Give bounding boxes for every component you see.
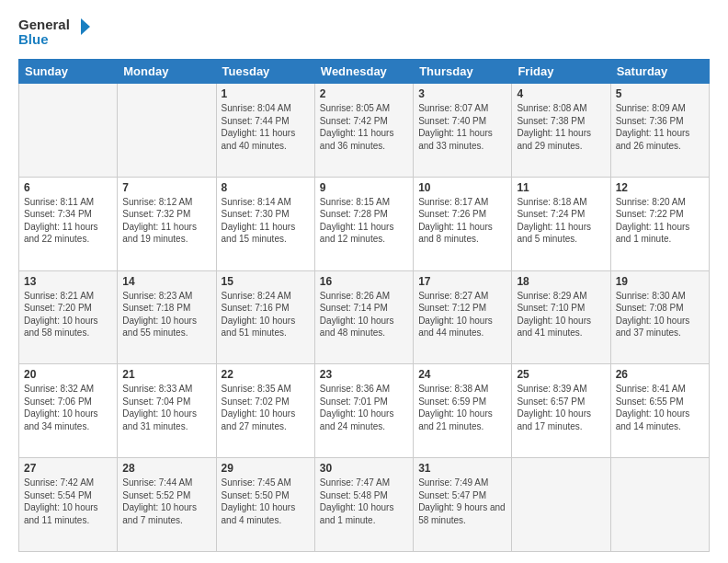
day-number: 27 — [24, 462, 112, 475]
day-number: 8 — [222, 181, 310, 194]
calendar-cell: 27Sunrise: 7:42 AM Sunset: 5:54 PM Dayli… — [19, 458, 118, 552]
calendar-cell: 4Sunrise: 8:08 AM Sunset: 7:38 PM Daylig… — [512, 84, 610, 178]
day-info: Sunrise: 8:36 AM Sunset: 7:01 PM Dayligh… — [320, 383, 408, 432]
day-info: Sunrise: 8:05 AM Sunset: 7:42 PM Dayligh… — [320, 102, 408, 152]
day-number: 22 — [222, 368, 310, 381]
calendar-cell: 31Sunrise: 7:49 AM Sunset: 5:47 PM Dayli… — [414, 458, 512, 552]
day-info: Sunrise: 8:18 AM Sunset: 7:24 PM Dayligh… — [517, 196, 605, 246]
calendar-cell: 22Sunrise: 8:35 AM Sunset: 7:02 PM Dayli… — [216, 364, 314, 458]
calendar-cell: 15Sunrise: 8:24 AM Sunset: 7:16 PM Dayli… — [216, 270, 314, 364]
day-header-thursday: Thursday — [414, 60, 512, 84]
day-number: 23 — [320, 368, 408, 381]
day-number: 11 — [517, 181, 605, 194]
calendar-cell: 25Sunrise: 8:39 AM Sunset: 6:57 PM Dayli… — [512, 364, 610, 458]
svg-text:Blue: Blue — [18, 31, 49, 47]
day-number: 16 — [320, 275, 408, 288]
calendar-cell: 14Sunrise: 8:23 AM Sunset: 7:18 PM Dayli… — [118, 270, 216, 364]
day-number: 31 — [418, 462, 506, 475]
day-info: Sunrise: 8:21 AM Sunset: 7:20 PM Dayligh… — [24, 290, 112, 339]
day-info: Sunrise: 8:27 AM Sunset: 7:12 PM Dayligh… — [418, 290, 506, 339]
day-info: Sunrise: 8:32 AM Sunset: 7:06 PM Dayligh… — [24, 383, 112, 432]
calendar-week-4: 20Sunrise: 8:32 AM Sunset: 7:06 PM Dayli… — [19, 364, 710, 458]
calendar-week-1: 1Sunrise: 8:04 AM Sunset: 7:44 PM Daylig… — [19, 84, 710, 178]
day-info: Sunrise: 8:11 AM Sunset: 7:34 PM Dayligh… — [24, 196, 112, 246]
day-header-saturday: Saturday — [610, 60, 709, 84]
day-number: 28 — [122, 462, 210, 475]
day-number: 15 — [222, 275, 310, 288]
calendar-cell: 1Sunrise: 8:04 AM Sunset: 7:44 PM Daylig… — [216, 84, 314, 178]
day-info: Sunrise: 8:09 AM Sunset: 7:36 PM Dayligh… — [616, 102, 704, 152]
calendar-cell: 19Sunrise: 8:30 AM Sunset: 7:08 PM Dayli… — [610, 270, 709, 364]
day-info: Sunrise: 7:44 AM Sunset: 5:52 PM Dayligh… — [122, 477, 210, 526]
day-number: 18 — [517, 275, 605, 288]
page: General Blue SundayMondayTuesdayWednesda… — [0, 0, 728, 563]
calendar-cell: 8Sunrise: 8:14 AM Sunset: 7:30 PM Daylig… — [216, 177, 314, 270]
day-number: 2 — [320, 87, 408, 100]
day-header-sunday: Sunday — [19, 60, 118, 84]
day-number: 25 — [517, 368, 605, 381]
day-info: Sunrise: 8:35 AM Sunset: 7:02 PM Dayligh… — [222, 383, 310, 432]
day-info: Sunrise: 8:39 AM Sunset: 6:57 PM Dayligh… — [517, 383, 605, 432]
day-number: 24 — [418, 368, 506, 381]
calendar-header-row: SundayMondayTuesdayWednesdayThursdayFrid… — [19, 60, 710, 84]
logo: General Blue — [18, 15, 92, 50]
day-number: 10 — [418, 181, 506, 194]
day-info: Sunrise: 8:20 AM Sunset: 7:22 PM Dayligh… — [616, 196, 704, 246]
day-info: Sunrise: 7:47 AM Sunset: 5:48 PM Dayligh… — [320, 477, 408, 526]
calendar-cell: 23Sunrise: 8:36 AM Sunset: 7:01 PM Dayli… — [314, 364, 413, 458]
day-number: 17 — [418, 275, 506, 288]
day-number: 3 — [418, 87, 506, 100]
calendar-cell — [118, 84, 216, 178]
day-info: Sunrise: 7:45 AM Sunset: 5:50 PM Dayligh… — [222, 477, 310, 526]
day-info: Sunrise: 8:04 AM Sunset: 7:44 PM Dayligh… — [222, 102, 310, 152]
calendar-cell — [610, 458, 709, 552]
calendar-cell: 18Sunrise: 8:29 AM Sunset: 7:10 PM Dayli… — [512, 270, 610, 364]
day-number: 19 — [616, 275, 704, 288]
day-info: Sunrise: 8:29 AM Sunset: 7:10 PM Dayligh… — [517, 290, 605, 339]
calendar-cell: 7Sunrise: 8:12 AM Sunset: 7:32 PM Daylig… — [118, 177, 216, 270]
svg-marker-2 — [81, 18, 90, 35]
day-number: 12 — [616, 181, 704, 194]
calendar-cell: 29Sunrise: 7:45 AM Sunset: 5:50 PM Dayli… — [216, 458, 314, 552]
day-number: 13 — [24, 275, 112, 288]
day-header-wednesday: Wednesday — [314, 60, 413, 84]
calendar-cell: 3Sunrise: 8:07 AM Sunset: 7:40 PM Daylig… — [414, 84, 512, 178]
day-info: Sunrise: 8:07 AM Sunset: 7:40 PM Dayligh… — [418, 102, 506, 152]
day-number: 4 — [517, 87, 605, 100]
calendar-table: SundayMondayTuesdayWednesdayThursdayFrid… — [18, 59, 710, 552]
day-number: 29 — [222, 462, 310, 475]
calendar-week-2: 6Sunrise: 8:11 AM Sunset: 7:34 PM Daylig… — [19, 177, 710, 270]
day-number: 20 — [24, 368, 112, 381]
calendar-cell: 11Sunrise: 8:18 AM Sunset: 7:24 PM Dayli… — [512, 177, 610, 270]
calendar-cell: 20Sunrise: 8:32 AM Sunset: 7:06 PM Dayli… — [19, 364, 118, 458]
logo-svg: General Blue — [18, 15, 92, 50]
calendar-cell: 2Sunrise: 8:05 AM Sunset: 7:42 PM Daylig… — [314, 84, 413, 178]
calendar-week-3: 13Sunrise: 8:21 AM Sunset: 7:20 PM Dayli… — [19, 270, 710, 364]
calendar-cell — [19, 84, 118, 178]
day-info: Sunrise: 8:23 AM Sunset: 7:18 PM Dayligh… — [122, 290, 210, 339]
calendar-cell: 26Sunrise: 8:41 AM Sunset: 6:55 PM Dayli… — [610, 364, 709, 458]
calendar-cell: 28Sunrise: 7:44 AM Sunset: 5:52 PM Dayli… — [118, 458, 216, 552]
day-number: 21 — [122, 368, 210, 381]
day-number: 7 — [122, 181, 210, 194]
day-number: 5 — [616, 87, 704, 100]
calendar-cell: 12Sunrise: 8:20 AM Sunset: 7:22 PM Dayli… — [610, 177, 709, 270]
day-info: Sunrise: 8:14 AM Sunset: 7:30 PM Dayligh… — [222, 196, 310, 246]
calendar-cell: 5Sunrise: 8:09 AM Sunset: 7:36 PM Daylig… — [610, 84, 709, 178]
calendar-cell: 16Sunrise: 8:26 AM Sunset: 7:14 PM Dayli… — [314, 270, 413, 364]
day-header-tuesday: Tuesday — [216, 60, 314, 84]
header: General Blue — [18, 15, 710, 50]
day-info: Sunrise: 8:26 AM Sunset: 7:14 PM Dayligh… — [320, 290, 408, 339]
calendar-cell: 6Sunrise: 8:11 AM Sunset: 7:34 PM Daylig… — [19, 177, 118, 270]
calendar-cell — [512, 458, 610, 552]
day-info: Sunrise: 7:42 AM Sunset: 5:54 PM Dayligh… — [24, 477, 112, 526]
calendar-cell: 17Sunrise: 8:27 AM Sunset: 7:12 PM Dayli… — [414, 270, 512, 364]
day-info: Sunrise: 8:33 AM Sunset: 7:04 PM Dayligh… — [122, 383, 210, 432]
day-info: Sunrise: 8:38 AM Sunset: 6:59 PM Dayligh… — [418, 383, 506, 432]
svg-text:General: General — [18, 17, 70, 32]
calendar-cell: 10Sunrise: 8:17 AM Sunset: 7:26 PM Dayli… — [414, 177, 512, 270]
day-header-friday: Friday — [512, 60, 610, 84]
day-info: Sunrise: 8:24 AM Sunset: 7:16 PM Dayligh… — [222, 290, 310, 339]
day-number: 9 — [320, 181, 408, 194]
day-number: 1 — [222, 87, 310, 100]
